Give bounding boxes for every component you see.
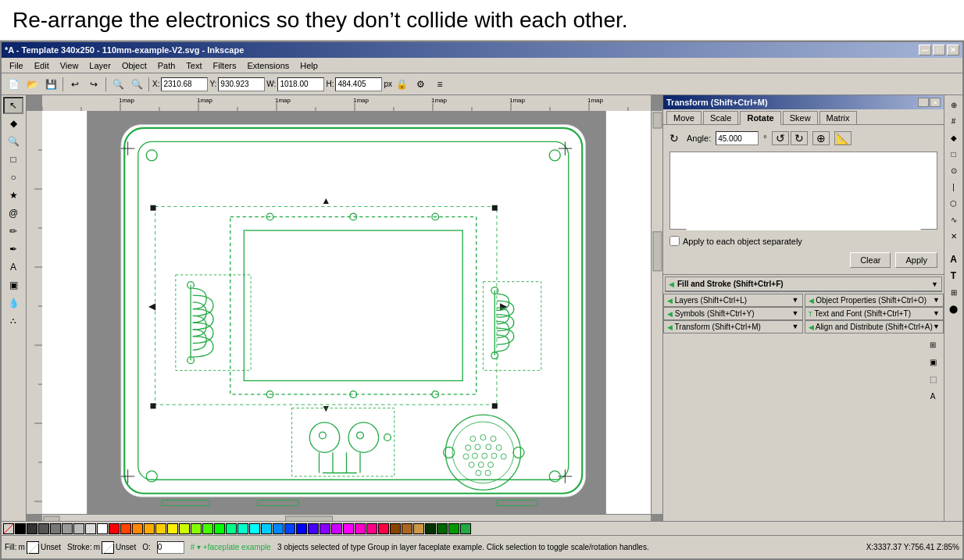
panel-close-btn[interactable]: × [930,98,941,107]
rotate-cw-btn[interactable]: ↻ [791,131,808,145]
snap-btn[interactable]: ⊞ [925,337,941,352]
align-btn[interactable]: ≡ [431,76,448,93]
layers-panel-btn[interactable]: ◀ Layers (Shift+Ctrl+L) ▼ [663,294,803,307]
color-tan[interactable] [413,523,424,534]
menu-object[interactable]: Object [117,59,152,72]
tool-node[interactable]: ◆ [3,115,23,132]
color-transparent[interactable] [3,523,14,534]
color-green[interactable] [214,523,225,534]
transform-panel-btn[interactable]: ◀ Transform (Shift+Ctrl+M) ▼ [663,320,803,334]
snap-intersect-btn[interactable]: ✕ [946,228,962,244]
color-lime[interactable] [191,523,202,534]
color-cyan[interactable] [249,523,260,534]
tool-star[interactable]: ★ [3,187,23,204]
color-blue-light[interactable] [273,523,284,534]
menu-help[interactable]: Help [295,59,323,72]
tool-rect[interactable]: □ [3,151,23,168]
tool-text[interactable]: A [3,259,23,276]
snap-guide-btn[interactable]: | [946,179,962,194]
minimize-button[interactable]: — [919,45,931,55]
tool-ellipse[interactable]: ○ [3,169,23,186]
color-gray-mid[interactable] [50,523,61,534]
menu-layer[interactable]: Layer [84,59,116,72]
tool-pencil[interactable]: ✏ [3,223,23,240]
color-white[interactable] [97,523,108,534]
rotate-ccw-btn[interactable]: ↺ [772,131,789,145]
y-input[interactable] [218,77,265,91]
snap-num-btn[interactable]: ⊞ [946,284,962,300]
color-pink-hot[interactable] [355,523,366,534]
color-gray-dark[interactable] [38,523,49,534]
color-amber[interactable] [144,523,155,534]
color-blue[interactable] [284,523,295,534]
snap-a-btn[interactable]: A [946,251,962,267]
color-yellow-green[interactable] [179,523,190,534]
color-mid-green[interactable] [448,523,459,534]
color-pink[interactable] [366,523,377,534]
fill-btn[interactable]: ▣ [925,354,941,369]
snap-page-btn[interactable]: ⬡ [946,195,962,211]
rotate-rel-btn[interactable]: 📐 [834,131,852,145]
color-yellow[interactable] [167,523,178,534]
align-panel-btn[interactable]: ◀ Align and Distribute (Shift+Ctrl+A) ▼ [805,320,944,334]
toolbar-save[interactable]: 💾 [42,76,59,93]
color-brown[interactable] [390,523,401,534]
snap-bbox-btn[interactable]: □ [946,146,962,162]
text-tool-side[interactable]: A [925,388,941,404]
snap-center-btn[interactable]: ⊙ [946,162,962,178]
tool-dropper[interactable]: 💧 [3,294,23,312]
color-gray-light[interactable] [73,523,84,534]
color-dark-green[interactable] [437,523,448,534]
panel-minimize-btn[interactable]: _ [918,98,929,107]
text-font-panel-btn[interactable]: T Text and Font (Shift+Ctrl+T) ▼ [805,307,944,320]
tab-rotate[interactable]: Rotate [740,111,780,125]
menu-filters[interactable]: Filters [209,59,241,72]
color-green-teal[interactable] [226,523,237,534]
tool-pen[interactable]: ✒ [3,241,23,258]
color-rose[interactable] [378,523,389,534]
menu-file[interactable]: File [5,59,28,72]
scrollbar-vertical[interactable] [651,111,662,514]
toolbar-redo[interactable]: ↪ [85,76,102,93]
clear-button[interactable]: Clear [850,252,891,268]
color-red[interactable] [109,523,120,534]
apply-separately-checkbox[interactable] [669,236,680,246]
menu-extensions[interactable]: Extensions [242,59,294,72]
color-green-light[interactable] [202,523,213,534]
menu-view[interactable]: View [55,59,84,72]
snap-path-btn[interactable]: ∿ [946,212,962,227]
snap-node-btn[interactable]: ◆ [946,130,962,145]
opacity-input[interactable] [157,541,184,554]
fill-color-box[interactable] [27,541,39,554]
color-gray-lighter[interactable] [85,523,96,534]
transform-btn[interactable]: ⚙ [412,76,430,93]
color-yellow-orange[interactable] [155,523,166,534]
color-indigo[interactable] [308,523,319,534]
object-props-panel-btn[interactable]: ◀ Object Properties (Shift+Ctrl+O) ▼ [805,294,944,307]
color-accent-green[interactable] [460,523,471,534]
color-teal-light[interactable] [237,523,248,534]
rotate-anchor-btn[interactable]: ⊕ [812,131,830,145]
tab-skew[interactable]: Skew [783,111,818,124]
color-violet[interactable] [320,523,330,534]
snap-edge-btn[interactable]: ⬤ [946,301,962,316]
stroke-color-box[interactable] [102,541,114,554]
angle-input[interactable] [716,131,759,145]
menu-edit[interactable]: Edit [30,59,54,72]
menu-path[interactable]: Path [153,59,180,72]
tool-zoom[interactable]: 🔍 [3,133,23,150]
symbols-panel-btn[interactable]: ◀ Symbols (Shift+Ctrl+Y) ▼ [663,307,803,320]
color-dark[interactable] [27,523,37,534]
menu-text[interactable]: Text [181,59,206,72]
snap-enable-btn[interactable]: ⊕ [946,97,962,112]
color-purple[interactable] [331,523,342,534]
tool-gradient[interactable]: ▣ [3,276,23,294]
canvas-inner[interactable]: ◀ ▶ ▲ ▼ [42,111,651,514]
tab-scale[interactable]: Scale [703,111,739,124]
tab-move[interactable]: Move [666,111,702,124]
tool-select[interactable]: ↖ [3,97,23,114]
lock-aspect-btn[interactable]: 🔒 [394,76,411,93]
color-orange[interactable] [132,523,143,534]
toolbar-undo[interactable]: ↩ [66,76,84,93]
maximize-button[interactable]: □ [933,45,945,55]
